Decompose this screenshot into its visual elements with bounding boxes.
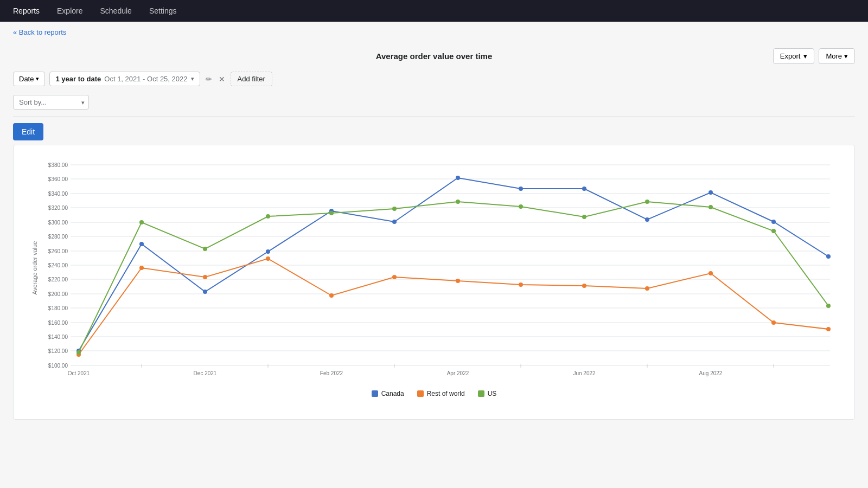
svg-text:$340.00: $340.00 xyxy=(48,191,68,197)
svg-text:$320.00: $320.00 xyxy=(48,205,68,211)
canada-dot xyxy=(519,187,523,191)
canada-dot xyxy=(266,249,270,254)
sort-bar: Sort by... xyxy=(13,91,855,117)
canada-dot xyxy=(203,290,207,294)
row-dot xyxy=(519,282,523,287)
report-actions: Export ▾ More ▾ xyxy=(773,48,855,64)
canada-dot xyxy=(456,176,460,180)
svg-text:$380.00: $380.00 xyxy=(48,162,68,168)
row-dot xyxy=(329,293,334,298)
nav-reports[interactable]: Reports xyxy=(4,0,48,22)
row-dot xyxy=(203,275,207,279)
svg-text:$200.00: $200.00 xyxy=(48,291,68,297)
chart-svg: Average order value xyxy=(22,154,846,382)
restofworld-line xyxy=(79,259,828,355)
sort-select[interactable]: Sort by... xyxy=(13,95,89,110)
us-dot xyxy=(266,214,270,219)
svg-text:$120.00: $120.00 xyxy=(48,348,68,354)
us-dot xyxy=(826,304,831,308)
us-dot xyxy=(329,211,334,215)
legend-canada-color xyxy=(372,390,378,397)
sort-wrapper[interactable]: Sort by... xyxy=(13,95,89,110)
canada-dot xyxy=(771,220,776,224)
nav-schedule[interactable]: Schedule xyxy=(92,0,141,22)
canada-dot xyxy=(582,187,586,191)
legend-us-color xyxy=(478,390,484,397)
row-dot xyxy=(826,327,831,331)
legend-row-label: Rest of world xyxy=(427,390,465,397)
row-dot xyxy=(771,320,776,325)
add-filter-button[interactable]: Add filter xyxy=(231,72,272,86)
date-range-chip[interactable]: 1 year to date Oct 1, 2021 - Oct 25, 202… xyxy=(49,72,200,86)
chart-container: Average order value xyxy=(13,145,855,420)
row-dot xyxy=(139,266,144,270)
us-dot xyxy=(139,220,144,224)
us-dot xyxy=(203,247,207,251)
canada-dot xyxy=(139,242,144,246)
y-axis-label: Average order value xyxy=(31,241,38,295)
svg-text:Feb 2022: Feb 2022 xyxy=(320,370,343,376)
svg-text:Jun 2022: Jun 2022 xyxy=(573,370,596,376)
canada-line xyxy=(79,178,828,351)
filters-bar: Date ▾ 1 year to date Oct 1, 2021 - Oct … xyxy=(13,67,855,91)
svg-text:Dec 2021: Dec 2021 xyxy=(194,370,217,376)
date-range-label: 1 year to date xyxy=(55,75,101,83)
chart-legend: Canada Rest of world US xyxy=(22,390,846,397)
filter-close-icon[interactable]: ✕ xyxy=(218,75,226,84)
svg-text:$100.00: $100.00 xyxy=(48,363,68,369)
row-dot xyxy=(392,275,397,279)
row-dot xyxy=(266,256,270,261)
canada-dot xyxy=(709,190,713,195)
legend-canada-label: Canada xyxy=(381,390,404,397)
svg-text:$280.00: $280.00 xyxy=(48,234,68,240)
nav-explore[interactable]: Explore xyxy=(48,0,91,22)
us-dot xyxy=(456,200,460,204)
svg-text:Oct 2021: Oct 2021 xyxy=(68,370,90,376)
nav-settings[interactable]: Settings xyxy=(141,0,186,22)
row-dot xyxy=(582,284,586,288)
canada-dot xyxy=(826,254,831,259)
legend-canada: Canada xyxy=(372,390,404,397)
svg-rect-0 xyxy=(71,159,830,365)
report-header: Average order value over time Export ▾ M… xyxy=(13,43,855,67)
date-filter-label: Date xyxy=(19,75,34,83)
svg-text:$300.00: $300.00 xyxy=(48,220,68,226)
svg-text:$240.00: $240.00 xyxy=(48,262,68,268)
us-dot xyxy=(709,205,713,209)
legend-us: US xyxy=(478,390,497,397)
us-dot xyxy=(645,200,649,204)
export-label: Export xyxy=(780,52,801,60)
canada-dot xyxy=(645,217,649,222)
svg-text:$160.00: $160.00 xyxy=(48,320,68,326)
export-button[interactable]: Export ▾ xyxy=(773,48,815,64)
date-filter-chevron-icon: ▾ xyxy=(36,75,39,82)
date-range-chevron-icon: ▾ xyxy=(191,75,194,82)
svg-text:$140.00: $140.00 xyxy=(48,334,68,340)
svg-text:Apr 2022: Apr 2022 xyxy=(447,370,469,376)
export-chevron-icon: ▾ xyxy=(803,52,807,60)
report-title: Average order value over time xyxy=(376,52,493,61)
back-link[interactable]: « Back to reports xyxy=(0,22,79,43)
row-dot xyxy=(456,279,460,283)
date-filter-button[interactable]: Date ▾ xyxy=(13,72,45,86)
filter-edit-icon[interactable]: ✏ xyxy=(205,75,213,84)
legend-restofworld: Rest of world xyxy=(417,390,465,397)
date-range-value: Oct 1, 2021 - Oct 25, 2022 xyxy=(104,75,187,83)
row-dot xyxy=(709,271,713,275)
legend-us-label: US xyxy=(488,390,497,397)
svg-text:$260.00: $260.00 xyxy=(48,248,68,254)
us-dot xyxy=(582,215,586,219)
edit-button[interactable]: Edit xyxy=(13,123,43,140)
legend-row-color xyxy=(417,390,424,397)
us-dot xyxy=(392,207,397,211)
us-dot xyxy=(519,204,523,209)
svg-text:$360.00: $360.00 xyxy=(48,176,68,182)
us-dot xyxy=(771,229,776,233)
svg-text:$220.00: $220.00 xyxy=(48,277,68,282)
more-button[interactable]: More ▾ xyxy=(819,48,855,64)
us-dot xyxy=(76,350,81,355)
row-dot xyxy=(645,286,649,291)
svg-text:Aug 2022: Aug 2022 xyxy=(699,370,723,376)
more-label: More xyxy=(826,52,842,60)
svg-text:$180.00: $180.00 xyxy=(48,305,68,311)
